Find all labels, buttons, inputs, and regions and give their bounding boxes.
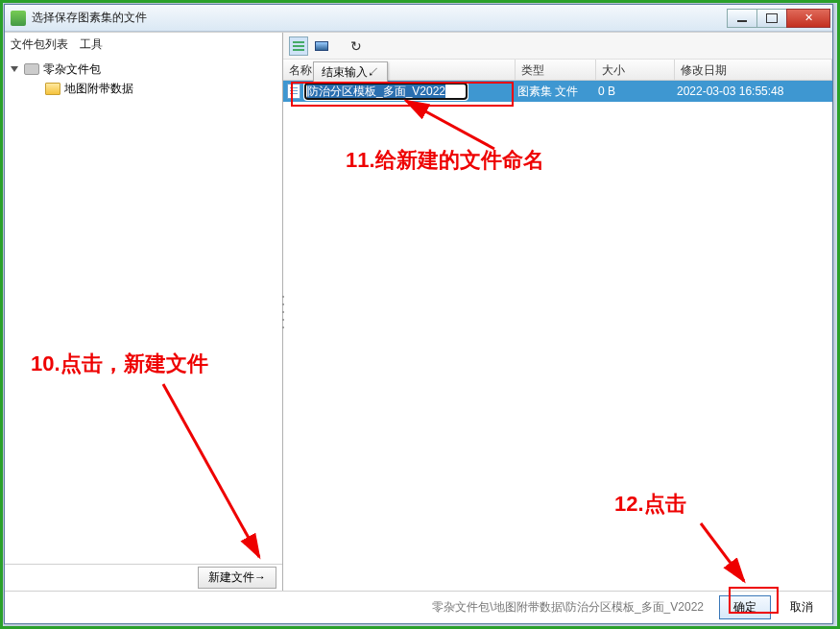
cell-type: 图素集 文件 (512, 84, 592, 100)
cell-date: 2022-03-03 16:55:48 (671, 85, 832, 98)
new-file-bar: 新建文件→ (5, 564, 282, 591)
menu-file-list[interactable]: 文件包列表 (11, 36, 68, 53)
view-thumb-button[interactable] (312, 36, 331, 56)
annotation-12: 12.点击 (614, 490, 686, 519)
minimize-button[interactable] (727, 9, 757, 28)
maximize-button[interactable] (756, 9, 787, 28)
finish-input-popup[interactable]: 结束输入↙ (313, 61, 388, 84)
col-date[interactable]: 修改日期 (675, 60, 832, 80)
window-buttons (728, 9, 830, 28)
annotation-11: 11.给新建的文件命名 (346, 146, 544, 175)
menu-tools[interactable]: 工具 (80, 36, 103, 53)
tree-root-label: 零杂文件包 (43, 61, 101, 78)
annotation-10: 10.点击，新建文件 (31, 350, 208, 378)
right-panel: ↻ 名称 类型 大小 修改日期 图素集 文件 0 B 2022-03-03 16… (283, 33, 832, 591)
filename-input[interactable] (304, 83, 468, 100)
refresh-button[interactable]: ↻ (347, 36, 366, 56)
thumbnail-icon (315, 41, 328, 51)
bottom-bar: 零杂文件包\地图附带数据\防治分区模板_多面_V2022 确定 取消 (5, 591, 832, 623)
col-size[interactable]: 大小 (596, 60, 675, 80)
file-icon (287, 84, 300, 99)
refresh-icon: ↻ (350, 38, 362, 54)
cell-size: 0 B (592, 85, 671, 98)
ok-button[interactable]: 确定 (719, 595, 771, 619)
titlebar: 选择保存图素集的文件 (5, 5, 832, 32)
close-button[interactable] (786, 9, 830, 28)
cancel-button[interactable]: 取消 (780, 597, 823, 617)
table-row[interactable]: 图素集 文件 0 B 2022-03-03 16:55:48 (283, 81, 832, 102)
window-title: 选择保存图素集的文件 (32, 10, 728, 26)
toolbar: ↻ (283, 33, 832, 60)
content-area: 文件包列表 工具 零杂文件包 地图附带数据 新建文件→ (5, 32, 832, 591)
dialog-window: 选择保存图素集的文件 文件包列表 工具 零杂文件包 地图附带数据 (4, 4, 833, 624)
package-icon (24, 63, 39, 75)
tree-view[interactable]: 零杂文件包 地图附带数据 (5, 56, 282, 564)
path-text: 零杂文件包\地图附带数据\防治分区模板_多面_V2022 (14, 599, 709, 616)
menubar: 文件包列表 工具 (5, 33, 282, 56)
tree-child-row[interactable]: 地图附带数据 (7, 79, 280, 98)
col-type[interactable]: 类型 (516, 60, 596, 80)
folder-icon (45, 83, 60, 95)
app-icon (11, 11, 26, 26)
tree-root-row[interactable]: 零杂文件包 (7, 60, 280, 79)
chevron-down-icon[interactable] (11, 66, 18, 72)
left-panel: 文件包列表 工具 零杂文件包 地图附带数据 新建文件→ (5, 33, 283, 591)
new-file-button[interactable]: 新建文件→ (198, 567, 276, 589)
tree-child-label: 地图附带数据 (64, 81, 133, 97)
list-icon (293, 41, 304, 51)
view-list-button[interactable] (289, 36, 308, 56)
